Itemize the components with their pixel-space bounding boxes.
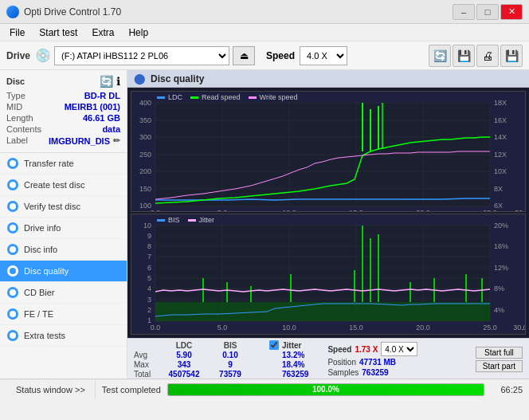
drive-label: Drive: [6, 50, 30, 61]
progress-text: 100.0%: [312, 385, 339, 394]
toolbar-icon-3[interactable]: 🖨: [476, 45, 499, 67]
jitter-max-val: 18.4%: [282, 360, 304, 369]
disc-label-icon[interactable]: ✏: [113, 135, 120, 146]
max-ldc: 343: [164, 360, 204, 369]
nav-icon-extra-tests: [6, 329, 19, 342]
svg-text:0.0: 0.0: [151, 324, 161, 332]
disc-info-icon[interactable]: ℹ: [116, 75, 120, 88]
drive-select[interactable]: (F:) ATAPI iHBS112 2 PL06: [54, 46, 229, 65]
max-label: Max: [134, 360, 158, 369]
svg-text:0.0: 0.0: [151, 209, 161, 211]
svg-text:12X: 12X: [494, 151, 507, 159]
eject-button[interactable]: ⏏: [233, 46, 255, 65]
svg-text:10X: 10X: [494, 167, 507, 175]
write-color: [249, 96, 257, 99]
nav-item-verify-test-disc[interactable]: Verify test disc: [0, 196, 127, 218]
toolbar-icon-4[interactable]: 💾: [500, 45, 523, 67]
disc-mid-value: MEIRB1 (001): [65, 102, 120, 112]
jitter-col-label: Jitter: [282, 341, 301, 350]
total-bis: 73579: [210, 370, 250, 379]
menu-start-test[interactable]: Start test: [33, 26, 84, 40]
svg-text:...: ...: [522, 209, 525, 211]
svg-text:9: 9: [147, 232, 151, 240]
drive-bar: Drive 💿 (F:) ATAPI iHBS112 2 PL06 ⏏ Spee…: [0, 41, 529, 70]
content-area: ⬤ Disc quality LDC Read speed: [127, 70, 529, 379]
nav-item-disc-quality[interactable]: Disc quality: [0, 261, 127, 282]
disc-label-value: IMGBURN_DIS: [49, 136, 110, 146]
nav-item-fe-te[interactable]: FE / TE: [0, 304, 127, 325]
app-icon: [6, 6, 19, 18]
nav-icon-transfer-rate: [6, 157, 19, 170]
disc-section-title: Disc: [6, 77, 25, 86]
nav-label-transfer-rate: Transfer rate: [24, 159, 74, 168]
jitter-color: [188, 219, 196, 222]
maximize-button[interactable]: □: [476, 4, 499, 20]
nav-item-cd-bier[interactable]: CD Bier: [0, 282, 127, 304]
menu-file[interactable]: File: [3, 26, 31, 40]
sidebar: Disc 🔄 ℹ Type BD-R DL MID MEIRB1 (001) L…: [0, 70, 127, 379]
stats-ldc-bis: LDC BIS Avg 5.90 0.10 Max 343 9 Total: [134, 341, 250, 379]
total-label: Total: [134, 370, 158, 379]
svg-text:10.0: 10.0: [282, 324, 296, 332]
status-text: Test completed: [102, 385, 161, 394]
disc-refresh-icon[interactable]: 🔄: [100, 75, 113, 88]
nav-icon-fe-te: [6, 308, 19, 320]
toolbar-icon-2[interactable]: 💾: [453, 45, 475, 67]
svg-text:8X: 8X: [494, 185, 503, 193]
app-title: Opti Drive Control 1.70: [24, 6, 121, 18]
menu-help[interactable]: Help: [122, 26, 155, 40]
nav-item-disc-info[interactable]: Disc info: [0, 239, 127, 261]
quality-title: Disc quality: [151, 73, 204, 84]
status-window-button[interactable]: Status window >>: [6, 379, 96, 399]
minimize-button[interactable]: –: [453, 4, 475, 20]
disc-contents-value: data: [102, 124, 120, 134]
svg-text:4: 4: [147, 285, 151, 292]
chart1-container: LDC Read speed Write speed: [131, 91, 526, 212]
svg-text:25.0: 25.0: [483, 209, 497, 211]
nav-icon-drive-info: [6, 222, 19, 234]
jitter-checkbox[interactable]: [269, 340, 279, 350]
nav-item-drive-info[interactable]: Drive info: [0, 218, 127, 239]
toolbar-icons: 🔄 💾 🖨 💾: [429, 45, 523, 67]
nav-item-create-test-disc[interactable]: Create test disc: [0, 175, 127, 196]
speed-select[interactable]: 4.0 X: [300, 46, 347, 65]
jitter-samples-val: 763259: [282, 370, 308, 379]
nav-item-transfer-rate[interactable]: Transfer rate: [0, 153, 127, 175]
position-label: Position: [327, 358, 356, 367]
legend-bis: BIS: [157, 216, 180, 224]
nav-items: Transfer rateCreate test discVerify test…: [0, 153, 127, 347]
menu-extra[interactable]: Extra: [85, 26, 120, 40]
window-controls: – □ ✕: [453, 4, 523, 20]
close-button[interactable]: ✕: [500, 4, 523, 20]
start-part-button[interactable]: Start part: [476, 360, 523, 372]
chart2-svg: 10 9 8 7 6 5 4 3 2 1 20% 16% 12%: [131, 214, 525, 334]
svg-text:5: 5: [147, 274, 151, 282]
svg-text:100: 100: [139, 202, 151, 210]
chart2-legend: BIS Jitter: [157, 216, 214, 224]
col-bis: BIS: [210, 341, 250, 350]
disc-mid-row: MID MEIRB1 (001): [6, 102, 120, 112]
svg-text:15.0: 15.0: [349, 324, 363, 332]
toolbar-icon-1[interactable]: 🔄: [429, 45, 451, 67]
speed-dropdown[interactable]: 4.0 X: [381, 342, 417, 356]
svg-text:6: 6: [147, 264, 151, 272]
nav-icon-verify-test-disc: [6, 200, 19, 213]
svg-text:8: 8: [147, 242, 151, 250]
max-bis: 9: [210, 360, 250, 369]
nav-icon-disc-info: [6, 243, 19, 256]
nav-icon-disc-quality: [6, 265, 19, 277]
avg-bis: 0.10: [210, 351, 250, 359]
chart1-legend: LDC Read speed Write speed: [157, 93, 297, 101]
main-layout: Disc 🔄 ℹ Type BD-R DL MID MEIRB1 (001) L…: [0, 70, 529, 379]
position-val: 47731 MB: [359, 358, 396, 367]
nav-item-extra-tests[interactable]: Extra tests: [0, 325, 127, 347]
start-full-button[interactable]: Start full: [476, 347, 523, 359]
svg-text:25.0: 25.0: [483, 324, 497, 332]
svg-text:5.0: 5.0: [217, 324, 228, 332]
speed-val: 1.73 X: [355, 345, 378, 354]
svg-text:350: 350: [139, 116, 151, 124]
bottom-bar: Status window >> Test completed 100.0% 6…: [0, 379, 529, 399]
ldc-color: [157, 96, 165, 99]
progress-bar-container: 100.0%: [167, 383, 484, 396]
nav-icon-create-test-disc: [6, 179, 19, 191]
